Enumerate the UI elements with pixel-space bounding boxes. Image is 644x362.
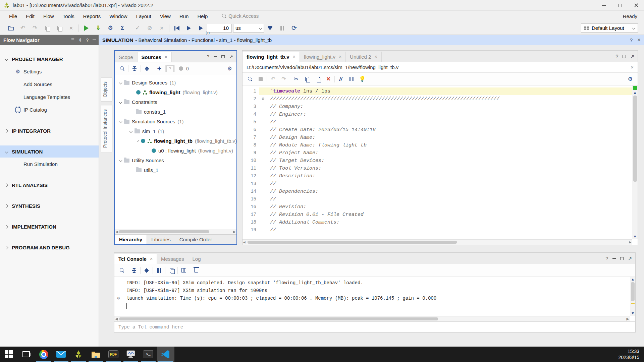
collapse-all-icon[interactable]: ☰ bbox=[71, 38, 74, 42]
close-tab-icon[interactable]: × bbox=[293, 54, 296, 59]
collapse-all-icon[interactable] bbox=[129, 64, 140, 73]
editor-vscrollbar[interactable]: ▲ ▼ bbox=[632, 85, 638, 239]
nav-section-project-manager[interactable]: PROJECT MANAGER bbox=[0, 53, 99, 65]
fold-marker-icon[interactable]: ⊖ bbox=[259, 95, 267, 103]
run-all-icon[interactable] bbox=[183, 23, 195, 33]
code-editor[interactable]: 1 `timescale 1ns / 1ps 2 ⊖ /////////////… bbox=[243, 85, 638, 245]
help-icon[interactable]: ? bbox=[86, 38, 89, 43]
scrollbar-thumb[interactable] bbox=[119, 230, 209, 233]
scroll-right-icon[interactable]: ▶ bbox=[233, 230, 236, 234]
tcl-vscrollbar[interactable]: ▲ ▼ bbox=[630, 277, 635, 316]
collapse-all-icon[interactable] bbox=[129, 266, 140, 275]
taskbar-icon-pdf-reader[interactable]: PDF bbox=[105, 347, 122, 362]
scroll-right-icon[interactable]: ▶ bbox=[627, 317, 629, 321]
tree-item-design-sources[interactable]: Design Sources(1) bbox=[115, 78, 236, 87]
scroll-up-icon[interactable]: ▲ bbox=[634, 91, 636, 95]
search-icon[interactable] bbox=[117, 64, 127, 73]
side-tab-protocol-instances[interactable]: Protocol Instances bbox=[101, 105, 112, 152]
maximize-panel-icon[interactable] bbox=[221, 55, 225, 58]
close-tab-icon[interactable]: × bbox=[165, 54, 167, 60]
nav-item-ip-catalog[interactable]: IP Catalog bbox=[0, 103, 99, 116]
fold-marker-icon[interactable]: ⊖ bbox=[114, 295, 123, 302]
tcl-hscrollbar[interactable]: ◀ ▶ bbox=[114, 316, 630, 321]
nav-item-run-simulation[interactable]: Run Simulation bbox=[0, 158, 99, 170]
expand-all-icon[interactable] bbox=[142, 64, 152, 73]
minimize-panel-icon[interactable] bbox=[93, 40, 96, 40]
scrollbar-thumb[interactable] bbox=[631, 282, 635, 301]
run-simulation-icon[interactable]: ⇓ bbox=[92, 23, 104, 33]
simulation-time-input[interactable] bbox=[207, 24, 232, 33]
add-sources-icon[interactable]: + bbox=[154, 64, 165, 73]
menu-tools[interactable]: Tools bbox=[58, 12, 79, 20]
close-tab-icon[interactable]: × bbox=[339, 54, 341, 59]
scrollbar-thumb[interactable] bbox=[633, 96, 637, 182]
tab-log[interactable]: Log bbox=[188, 254, 205, 264]
nav-item-language-templates[interactable]: Language Templates bbox=[0, 90, 99, 103]
menu-flow[interactable]: Flow bbox=[39, 12, 58, 20]
close-tab-icon[interactable]: × bbox=[150, 256, 153, 261]
tab-flowing-light-v[interactable]: flowing_light.v × bbox=[300, 52, 346, 62]
minimize-panel-icon[interactable] bbox=[612, 258, 616, 259]
delete-icon[interactable]: × bbox=[65, 23, 77, 33]
menu-view[interactable]: View bbox=[156, 12, 175, 20]
scrollbar-thumb[interactable] bbox=[119, 317, 438, 320]
menu-reports[interactable]: Reports bbox=[79, 12, 105, 20]
nav-section-program-and-debug[interactable]: PROGRAM AND DEBUG bbox=[0, 241, 99, 253]
gear-icon[interactable]: ⚙ bbox=[224, 64, 235, 73]
run-icon[interactable] bbox=[80, 23, 92, 33]
sources-hscrollbar[interactable]: ◀ ▶ bbox=[115, 229, 236, 234]
menu-edit[interactable]: Edit bbox=[21, 12, 39, 20]
nav-section-ip-integrator[interactable]: IP INTEGRATOR bbox=[0, 125, 99, 137]
taskbar-icon-vscode[interactable] bbox=[157, 347, 174, 362]
open-project-icon[interactable] bbox=[5, 23, 17, 33]
close-icon[interactable]: × bbox=[631, 64, 634, 70]
scroll-up-icon[interactable]: ▲ bbox=[632, 278, 634, 282]
maximize-window-icon[interactable] bbox=[612, 0, 628, 10]
menu-window[interactable]: Window bbox=[105, 12, 131, 20]
layout-selector[interactable]: Default Layout bbox=[581, 23, 638, 33]
paste-icon[interactable] bbox=[312, 74, 323, 84]
lightbulb-icon[interactable]: 💡 bbox=[357, 74, 368, 84]
float-panel-icon[interactable]: ↗ bbox=[628, 256, 632, 261]
copy-icon[interactable] bbox=[302, 74, 312, 84]
taskbar-icon-terminal[interactable]: >_ bbox=[140, 347, 157, 362]
toggle-column-icon[interactable] bbox=[178, 266, 189, 275]
tab-sources[interactable]: Sources × bbox=[138, 52, 172, 62]
tab-scope[interactable]: Scope bbox=[115, 52, 138, 62]
report-sigma-icon[interactable]: Σ bbox=[116, 23, 128, 33]
nav-section-synthesis[interactable]: SYNTHESIS bbox=[0, 200, 99, 212]
tree-item-utility-sources[interactable]: Utility Sources bbox=[115, 156, 236, 165]
taskbar-icon-system-monitor[interactable] bbox=[122, 347, 140, 362]
copy-icon[interactable] bbox=[41, 23, 53, 33]
paste-icon[interactable] bbox=[53, 23, 65, 33]
nav-item-settings[interactable]: ⚙ Settings bbox=[0, 65, 99, 78]
tcl-command-input[interactable] bbox=[114, 322, 635, 332]
clear-console-icon[interactable] bbox=[191, 266, 202, 275]
start-button-icon[interactable] bbox=[0, 347, 17, 362]
close-window-icon[interactable] bbox=[628, 0, 644, 10]
tree-item-u0-flowing-light[interactable]: u0 : flowing_light(flowing_light.v) bbox=[115, 146, 236, 156]
tab-compile-order[interactable]: Compile Order bbox=[175, 235, 217, 244]
run-for-time-icon[interactable]: (T) bbox=[195, 23, 207, 33]
gear-icon[interactable]: ⚙ bbox=[625, 74, 636, 84]
copy-icon[interactable] bbox=[166, 266, 177, 275]
float-panel-icon[interactable]: ↗ bbox=[229, 54, 233, 59]
tree-item-utils-1[interactable]: utils_1 bbox=[115, 165, 236, 175]
editor-hscrollbar[interactable]: ◀ ▶ bbox=[243, 239, 632, 245]
tree-item-flowing-light[interactable]: flowing_light(flowing_light.v) bbox=[115, 87, 236, 97]
maximize-panel-icon[interactable] bbox=[620, 257, 624, 260]
menu-file[interactable]: File bbox=[5, 12, 21, 20]
toggle-comment-icon[interactable]: // bbox=[335, 74, 346, 84]
close-icon[interactable]: × bbox=[637, 37, 641, 43]
cut-icon[interactable]: ✂ bbox=[291, 74, 302, 84]
tab-hierarchy[interactable]: Hierarchy bbox=[115, 235, 147, 244]
tab-tcl-console[interactable]: Tcl Console × bbox=[114, 254, 157, 264]
scroll-left-icon[interactable]: ◀ bbox=[115, 317, 118, 321]
scroll-left-icon[interactable]: ◀ bbox=[243, 240, 246, 244]
minimize-window-icon[interactable] bbox=[596, 0, 612, 10]
nav-item-add-sources[interactable]: Add Sources bbox=[0, 78, 99, 90]
help-icon[interactable]: ? bbox=[615, 54, 618, 59]
tree-item-sim-1[interactable]: sim_1(1) bbox=[115, 126, 236, 136]
tab-libraries[interactable]: Libraries bbox=[147, 235, 175, 244]
scroll-right-icon[interactable]: ▶ bbox=[629, 240, 631, 244]
